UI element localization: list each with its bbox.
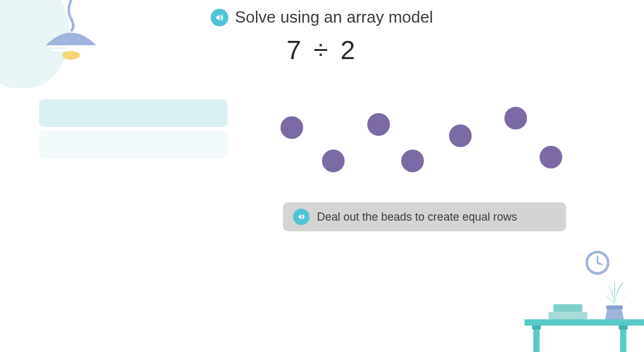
bead-area	[270, 107, 572, 189]
svg-rect-11	[606, 305, 623, 309]
svg-rect-4	[525, 319, 644, 326]
speaker-icon	[214, 13, 225, 23]
bead[interactable]	[449, 124, 472, 147]
bead[interactable]	[540, 146, 562, 168]
row-slot[interactable]	[39, 99, 228, 127]
audio-play-title-button[interactable]	[211, 9, 228, 26]
bead[interactable]	[504, 107, 527, 129]
speaker-icon	[297, 212, 306, 221]
svg-rect-9	[548, 312, 587, 319]
bead[interactable]	[401, 150, 424, 172]
bead[interactable]	[280, 116, 303, 139]
instruction-text: Deal out the beads to create equal rows	[317, 211, 517, 224]
bead[interactable]	[367, 113, 390, 136]
svg-rect-5	[533, 326, 540, 352]
audio-play-instruction-button[interactable]	[293, 209, 309, 225]
svg-rect-6	[620, 326, 626, 352]
bead[interactable]	[322, 150, 345, 172]
svg-rect-10	[553, 304, 582, 312]
svg-rect-8	[619, 326, 628, 329]
page-title: Solve using an array model	[235, 8, 433, 27]
decor-desk	[518, 270, 644, 352]
svg-rect-7	[532, 326, 541, 329]
row-slot[interactable]	[39, 131, 228, 158]
instruction-bar: Deal out the beads to create equal rows	[283, 202, 566, 231]
division-expression: 7 ÷ 2	[0, 35, 644, 65]
row-targets	[39, 99, 228, 162]
title-row: Solve using an array model	[0, 8, 644, 27]
